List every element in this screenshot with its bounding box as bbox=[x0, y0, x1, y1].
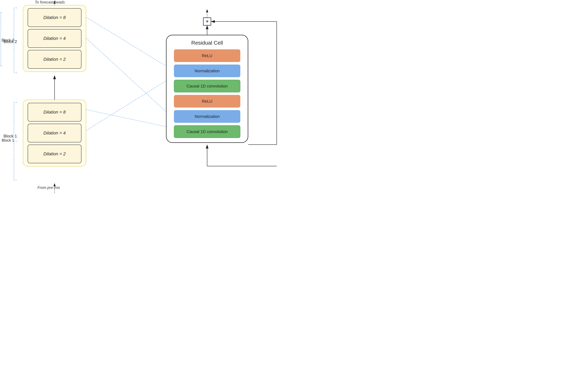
block1-dilation4: Dilation = 4 bbox=[28, 124, 81, 142]
svg-line-6 bbox=[86, 110, 166, 126]
residual-cell-title: Residual Cell bbox=[191, 40, 223, 46]
from-pre-mix-label: From pre-mix bbox=[30, 186, 68, 190]
block1-dilation2: Dilation = 2 bbox=[28, 144, 81, 163]
residual-relu1: ReLU bbox=[174, 49, 240, 62]
block2-label: Block 2 bbox=[3, 39, 17, 44]
svg-line-9 bbox=[86, 38, 166, 111]
residual-conv1: Causal 1D convolution bbox=[174, 80, 240, 92]
to-forecast-heads-label: To forecast heads bbox=[32, 0, 67, 4]
svg-line-8 bbox=[86, 17, 166, 66]
residual-relu2: ReLU bbox=[174, 95, 240, 108]
svg-text:+: + bbox=[206, 18, 209, 24]
block1-container: Dilation = 8 Dilation = 4 Dilation = 2 bbox=[23, 100, 86, 166]
residual-conv2: Causal 1D convolution bbox=[174, 125, 240, 138]
block2-dilation8: Dilation = 8 bbox=[28, 8, 81, 27]
block2-bracket bbox=[1, 12, 2, 66]
block2-container: Dilation = 8 Dilation = 4 Dilation = 2 bbox=[23, 5, 86, 72]
residual-cell: Residual Cell ReLU Normalization Causal … bbox=[166, 35, 248, 143]
svg-rect-10 bbox=[203, 18, 211, 25]
diagram-container: Dilation = 8 Dilation = 4 Dilation = 2 B… bbox=[0, 0, 291, 196]
block2-dilation2: Dilation = 2 bbox=[28, 50, 81, 69]
block1-dilation8: Dilation = 8 bbox=[28, 103, 81, 122]
block1-label: Block 1 bbox=[3, 134, 17, 138]
residual-norm2: Normalization bbox=[174, 110, 240, 123]
svg-text:Block 1: Block 1 bbox=[2, 138, 14, 142]
svg-line-7 bbox=[86, 81, 166, 130]
residual-norm1: Normalization bbox=[174, 64, 240, 77]
block2-dilation4: Dilation = 4 bbox=[28, 29, 81, 48]
